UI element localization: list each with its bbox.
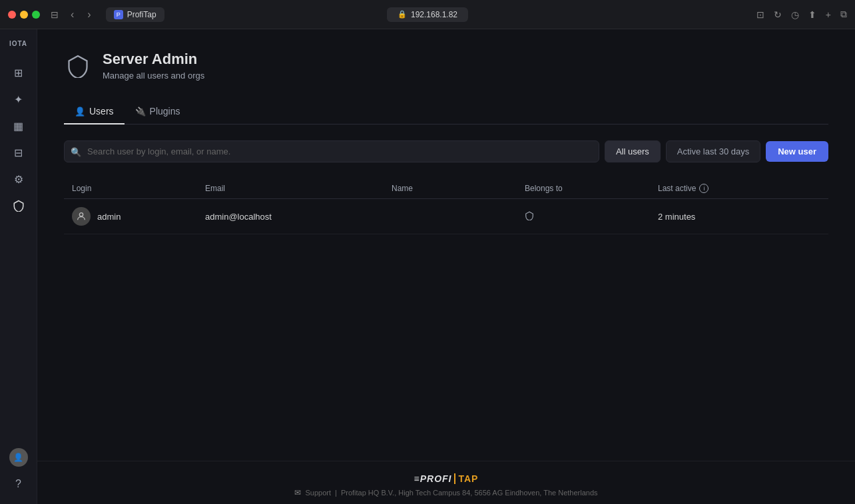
sidebar: IOTA ⊞ ✦ ▦ ⊟ ⚙ 👤 ? <box>0 29 37 504</box>
sidebar-bottom: 👤 ? <box>5 448 32 496</box>
footer-support: ✉ Support | Profitap HQ B.V., High Tech … <box>37 488 855 497</box>
plugins-tab-icon: 🔌 <box>135 107 146 117</box>
search-icon: 🔍 <box>71 146 81 156</box>
brand-suffix: TAP <box>458 473 478 484</box>
tab-favicon: P <box>114 10 123 19</box>
browser-tab[interactable]: P ProfiTap <box>106 7 164 22</box>
filters-row: 🔍 All users Active last 30 days New user <box>64 140 828 162</box>
col-belongs-to: Belongs to <box>517 178 650 199</box>
last-active-info-icon[interactable]: i <box>699 184 709 193</box>
cast-icon[interactable]: ⊡ <box>756 9 764 20</box>
close-button[interactable] <box>8 11 16 19</box>
url-text: 192.168.1.82 <box>411 10 457 19</box>
sidebar-item-shield[interactable] <box>5 194 32 218</box>
titlebar: ⊟ ‹ › P ProfiTap 🔒 192.168.1.82 ⊡ ↻ ◷ ⬆ … <box>0 0 855 29</box>
page-icon <box>64 52 92 80</box>
user-login: admin <box>97 212 121 222</box>
footer-address: Profitap HQ B.V., High Tech Campus 84, 5… <box>341 489 598 497</box>
tabs-overview-icon[interactable]: ⧉ <box>840 9 847 20</box>
sidebar-item-panel[interactable]: ▦ <box>5 114 32 138</box>
search-input[interactable] <box>64 140 599 162</box>
support-label: Support <box>305 489 331 497</box>
col-login: Login <box>64 178 197 199</box>
user-last-active: 2 minutes <box>650 199 828 234</box>
footer-brand: ≡PROFITAP <box>37 473 855 484</box>
page-header: Server Admin Manage all users and orgs <box>64 51 828 81</box>
new-tab-icon[interactable]: + <box>826 9 831 20</box>
col-email: Email <box>197 178 384 199</box>
back-button[interactable]: ‹ <box>67 7 78 22</box>
app-layout: IOTA ⊞ ✦ ▦ ⊟ ⚙ 👤 ? Ser <box>0 29 855 504</box>
table-row[interactable]: admin admin@localhost 2 minutes <box>64 199 828 234</box>
col-name: Name <box>384 178 517 199</box>
sidebar-item-globe[interactable]: ✦ <box>5 87 32 111</box>
tab-users[interactable]: 👤 Users <box>64 99 125 125</box>
minimize-button[interactable] <box>20 11 28 19</box>
user-login-cell: admin <box>72 207 189 226</box>
forward-button[interactable]: › <box>83 7 95 22</box>
brand-divider <box>454 473 455 484</box>
admin-avatar <box>72 207 91 226</box>
users-tab-icon: 👤 <box>75 107 85 117</box>
sidebar-toggle-icon[interactable]: ⊟ <box>51 9 59 20</box>
tab-label: ProfiTap <box>127 10 156 19</box>
user-table: Login Email Name Belongs to <box>64 178 828 234</box>
col-last-active: Last active i <box>650 178 828 199</box>
refresh-icon[interactable]: ↻ <box>774 9 782 20</box>
main-content: Server Admin Manage all users and orgs 👤… <box>37 29 855 461</box>
brand-prefix: ≡PROFI <box>414 473 452 484</box>
share-icon[interactable]: ⬆ <box>808 9 816 20</box>
url-bar[interactable]: 🔒 192.168.1.82 <box>387 7 468 22</box>
page-title: Server Admin <box>103 51 204 68</box>
footer-separator: | <box>335 489 337 497</box>
sidebar-logo: IOTA <box>9 40 27 47</box>
svg-point-0 <box>79 213 83 216</box>
search-box: 🔍 <box>64 140 599 162</box>
traffic-lights <box>8 11 40 19</box>
lock-icon: 🔒 <box>398 10 407 19</box>
new-user-button[interactable]: New user <box>766 141 828 162</box>
sidebar-item-dashboard[interactable]: ⊞ <box>5 61 32 85</box>
user-email: admin@localhost <box>197 199 384 234</box>
tab-plugins-label: Plugins <box>150 106 180 117</box>
sidebar-item-help[interactable]: ? <box>5 472 32 496</box>
footer: ≡PROFITAP ✉ Support | Profitap HQ B.V., … <box>37 461 855 504</box>
user-name <box>384 199 517 234</box>
sidebar-item-settings[interactable]: ⚙ <box>5 167 32 191</box>
page-subtitle: Manage all users and orgs <box>103 71 204 81</box>
all-users-button[interactable]: All users <box>605 140 661 162</box>
tab-plugins[interactable]: 🔌 Plugins <box>125 99 191 125</box>
history-icon[interactable]: ◷ <box>791 9 799 20</box>
user-avatar[interactable]: 👤 <box>9 448 28 467</box>
tab-users-label: Users <box>89 106 114 117</box>
active-last-30-button[interactable]: Active last 30 days <box>666 140 760 162</box>
maximize-button[interactable] <box>32 11 40 19</box>
titlebar-actions: ⊡ ↻ ◷ ⬆ + ⧉ <box>756 9 847 20</box>
envelope-icon: ✉ <box>294 488 301 497</box>
user-belongs-to <box>517 199 650 234</box>
nav-buttons: ‹ › <box>67 7 95 22</box>
page-header-text: Server Admin Manage all users and orgs <box>103 51 204 81</box>
tabs: 👤 Users 🔌 Plugins <box>64 99 828 125</box>
sidebar-item-storage[interactable]: ⊟ <box>5 140 32 164</box>
